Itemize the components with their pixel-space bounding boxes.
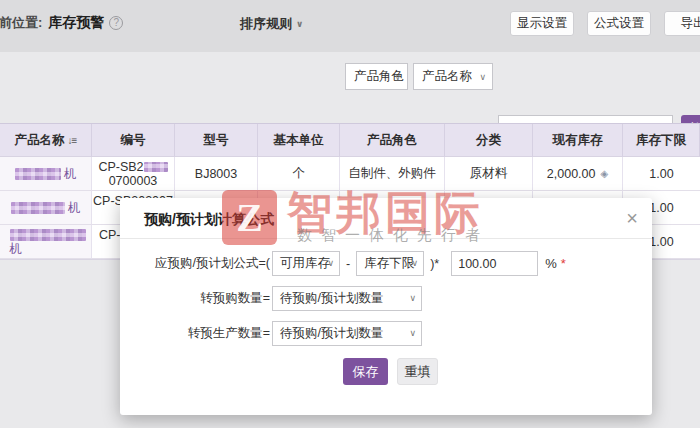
col-header-category[interactable]: 分类 (445, 124, 533, 157)
sort-desc-icon[interactable]: ↓≡ (68, 135, 77, 146)
role-cell: 自制件、外购件 (340, 157, 445, 191)
to-prepurchase-row: 转预购数量= 待预购/预计划数量∨ (138, 286, 652, 311)
required-mark: * (561, 256, 566, 271)
chevron-down-icon: ∨ (327, 252, 334, 275)
to-prepurchase-label: 转预购数量= (138, 290, 270, 307)
col-header-stock[interactable]: 现有库存 (533, 124, 623, 157)
display-settings-button[interactable]: 显示设置 (510, 11, 574, 36)
table-header-row: 产品名称↓≡ 编号 型号 基本单位 产品角色 分类 现有库存 库存下限 (0, 124, 700, 157)
operand2-value: 库存下限 (364, 256, 414, 270)
col-header-unit[interactable]: 基本单位 (258, 124, 340, 157)
sort-rule-dropdown[interactable]: 排序规则∨ (240, 15, 303, 33)
modal-header: 预购/预计划计算公式 × (120, 198, 652, 239)
product-name-link[interactable]: 机 (0, 225, 92, 259)
col-header-product-name[interactable]: 产品名称↓≡ (0, 124, 92, 157)
product-role-select[interactable]: 产品角色∨ (345, 63, 408, 90)
to-preproduction-label: 转预生产数量= (138, 325, 270, 342)
operand2-select[interactable]: 库存下限∨ (356, 251, 424, 276)
filter-bar: 产品角色∨ 产品名称∨ 检索 (0, 52, 700, 123)
page-title: 库存预警 (48, 14, 104, 30)
chevron-down-icon: ∨ (412, 252, 419, 275)
product-code-cell: CP-SB20700003 (92, 157, 175, 191)
modal-title: 预购/预计划计算公式 (144, 211, 274, 229)
col-header-lower-limit[interactable]: 库存下限 (623, 124, 700, 157)
breadcrumb-location-label: 当前位置: (0, 15, 42, 30)
stock-cell: 2,000.00◈ (533, 157, 623, 191)
product-name-link[interactable]: 机 (0, 157, 92, 191)
redacted-text (144, 162, 168, 172)
minus-sign: - (346, 257, 350, 271)
to-prepurchase-value: 待预购/预计划数量 (280, 291, 383, 305)
unit-cell: 个 (258, 157, 340, 191)
chevron-down-icon: ∨ (409, 287, 416, 310)
close-icon[interactable]: × (626, 206, 638, 230)
top-bar: 当前位置:库存预警? 排序规则∨ 显示设置 公式设置 导出 (0, 0, 700, 52)
operand1-value: 可用库存 (280, 256, 330, 270)
close-paren-multiply: )* (430, 257, 439, 271)
save-button[interactable]: 保存 (343, 358, 388, 385)
breadcrumb: 当前位置:库存预警? (0, 14, 123, 32)
product-name-link[interactable]: 机 (0, 191, 92, 225)
to-preproduction-row: 转预生产数量= 待预购/预计划数量∨ (138, 321, 652, 346)
chevron-down-icon: ∨ (394, 65, 401, 90)
stock-detail-icon[interactable]: ◈ (600, 168, 608, 179)
to-preproduction-value: 待预购/预计划数量 (280, 326, 383, 340)
export-button[interactable]: 导出 (664, 11, 700, 36)
category-cell: 原材料 (445, 157, 533, 191)
product-name-select-value: 产品名称 (422, 69, 472, 83)
formula-settings-button[interactable]: 公式设置 (587, 11, 651, 36)
sort-rule-label: 排序规则 (240, 16, 292, 31)
operand1-select[interactable]: 可用库存∨ (272, 251, 340, 276)
chevron-down-icon: ∨ (296, 19, 303, 29)
modal-buttons: 保存 重填 (343, 358, 438, 385)
lower-limit-cell: 1.00 (623, 157, 700, 191)
formula-label: 应预购/预计划公式=( (138, 255, 270, 272)
to-prepurchase-select[interactable]: 待预购/预计划数量∨ (272, 286, 422, 311)
col-header-role[interactable]: 产品角色 (340, 124, 445, 157)
formula-settings-modal: 预购/预计划计算公式 × 应预购/预计划公式=( 可用库存∨ - 库存下限∨ )… (120, 198, 652, 415)
to-preproduction-select[interactable]: 待预购/预计划数量∨ (272, 321, 422, 346)
help-icon[interactable]: ? (109, 16, 123, 30)
col-header-code[interactable]: 编号 (92, 124, 175, 157)
redacted-text (10, 229, 86, 241)
percent-sign: % (545, 256, 557, 271)
chevron-down-icon: ∨ (479, 65, 486, 90)
redacted-text (11, 202, 65, 214)
inventory-warning-page: 当前位置:库存预警? 排序规则∨ 显示设置 公式设置 导出 产品角色∨ 产品名称… (0, 0, 700, 428)
table-row: 机 CP-SB20700003 BJ8003 个 自制件、外购件 原材料 2,0… (0, 157, 700, 191)
formula-row: 应预购/预计划公式=( 可用库存∨ - 库存下限∨ )* % * (138, 251, 652, 276)
chevron-down-icon: ∨ (409, 322, 416, 345)
redacted-text (15, 168, 61, 180)
product-name-select[interactable]: 产品名称∨ (413, 63, 493, 90)
model-cell: BJ8003 (175, 157, 258, 191)
reset-button[interactable]: 重填 (397, 358, 438, 385)
col-header-model[interactable]: 型号 (175, 124, 258, 157)
percent-input[interactable] (451, 251, 538, 276)
